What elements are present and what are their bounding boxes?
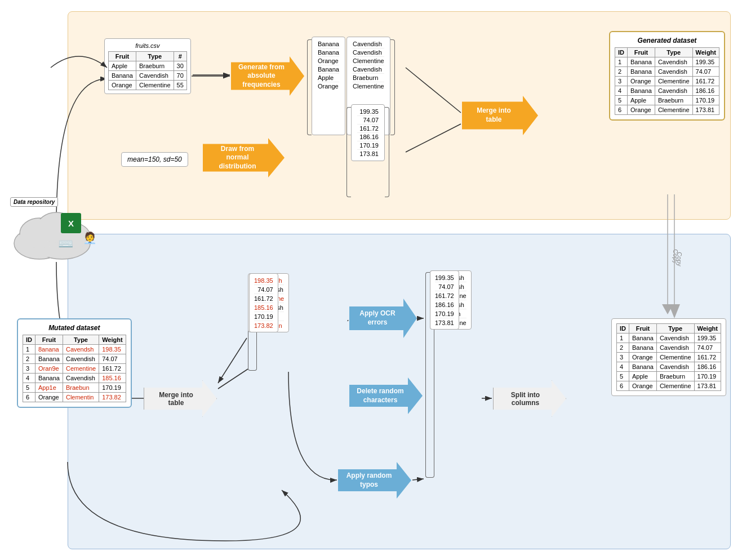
table-cell: Orange bbox=[629, 381, 656, 391]
generate-arrow: Generate from absolute frequencies bbox=[231, 56, 304, 96]
merge-top-arrow-shape: Merge into table bbox=[462, 96, 538, 135]
table-cell: Banana bbox=[627, 57, 655, 67]
table-cell: Apple bbox=[109, 61, 136, 71]
table-cell: Cementine bbox=[63, 364, 99, 374]
list-item: 198.35 bbox=[254, 276, 273, 285]
col-header: Weight bbox=[692, 48, 719, 57]
generated-dataset-box: Generated dataset IDFruitTypeWeight 1Ban… bbox=[609, 31, 725, 121]
table-cell: Cavendish bbox=[655, 57, 692, 67]
table-cell: Cavendish bbox=[656, 362, 694, 372]
merge-top-arrow: Merge into table bbox=[462, 96, 538, 135]
clean-columns: BananaBananaOrangeBananaAppleOrange Cave… bbox=[425, 270, 434, 478]
list-item: 161.72 bbox=[435, 291, 454, 300]
col-header: ID bbox=[23, 335, 35, 345]
col-header-type: Type bbox=[136, 52, 174, 61]
list-item: 173.81 bbox=[435, 318, 454, 327]
svg-marker-2 bbox=[669, 304, 680, 318]
keyboard-icon: ⌨️ bbox=[58, 237, 73, 251]
table-cell: Oran9e bbox=[35, 364, 63, 374]
list-item: Orange bbox=[318, 82, 339, 90]
list-item: 173.81 bbox=[357, 150, 379, 158]
table-row: 18ananaCavendsh198.35 bbox=[23, 345, 126, 354]
table-cell: Cavendish bbox=[63, 374, 99, 383]
mutated-dataset-box: Mutated dataset IDFruitTypeWeight 18anan… bbox=[17, 318, 132, 408]
col-header: Type bbox=[63, 335, 99, 345]
table-cell: Orange bbox=[627, 77, 655, 86]
mutation-fruit-bracket: 8ananaBananaOran9eBananaApp1eOrange Cave… bbox=[248, 273, 257, 371]
table-cell: Banana bbox=[627, 67, 655, 77]
table-cell: 199.35 bbox=[694, 334, 721, 343]
list-item: Braeburn bbox=[353, 74, 384, 82]
table-cell: 170.19 bbox=[99, 383, 126, 393]
table-cell: Clementine bbox=[655, 105, 692, 115]
list-item: 161.72 bbox=[357, 125, 379, 133]
table-row: 4BananaCavendish186.16 bbox=[615, 86, 719, 96]
clean-weight-list: 199.3574.07161.72186.16170.19173.81 bbox=[430, 270, 459, 330]
table-cell: 1 bbox=[615, 57, 627, 67]
list-item: 170.19 bbox=[254, 312, 273, 321]
delete-arrow-shape: Delete random characters bbox=[349, 377, 423, 414]
fruits-csv-title: fruits.csv bbox=[108, 42, 187, 49]
list-item: Cavendish bbox=[353, 40, 384, 48]
generate-arrow-shape: Generate from absolute frequencies bbox=[231, 56, 304, 96]
list-item: 170.19 bbox=[435, 309, 454, 318]
table-cell: Clementine bbox=[136, 81, 174, 90]
table-cell: Banana bbox=[35, 354, 63, 364]
table-row: 3Oran9eCementine161.72 bbox=[23, 364, 126, 374]
table-cell: Braeburn bbox=[136, 61, 174, 71]
table-cell: 4 bbox=[23, 374, 35, 383]
list-item: 173.82 bbox=[254, 321, 273, 330]
col-header: ID bbox=[616, 324, 629, 334]
table-row: 1BananaCavendish199.35 bbox=[616, 334, 721, 343]
table-row: 3OrangeClementine161.72 bbox=[616, 353, 721, 362]
table-cell: 3 bbox=[616, 353, 629, 362]
table-cell: Clementine bbox=[655, 77, 692, 86]
list-item: 199.35 bbox=[357, 108, 379, 116]
list-item: 199.35 bbox=[435, 273, 454, 282]
table-cell: 3 bbox=[615, 77, 627, 86]
table-cell: Orange bbox=[35, 393, 63, 402]
fruits-csv-box: fruits.csv Fruit Type # AppleBraeburn30B… bbox=[104, 38, 191, 94]
table-cell: 185.16 bbox=[99, 374, 126, 383]
list-item: Clementine bbox=[353, 82, 384, 90]
list-item: 161.72 bbox=[254, 294, 273, 303]
table-row: 6OrangeClementin173.82 bbox=[23, 393, 126, 402]
table-cell: Cavendish bbox=[656, 343, 694, 353]
table-row: 4BananaCavendish186.16 bbox=[616, 362, 721, 372]
merge-bottom-shape: Merge into table bbox=[144, 380, 217, 417]
draw-label: Draw from normal distribution bbox=[219, 145, 263, 171]
table-cell: Banana bbox=[35, 374, 63, 383]
table-row: 2BananaCavendish74.07 bbox=[616, 343, 721, 353]
table-cell: Apple bbox=[627, 96, 655, 105]
table-cell: 3 bbox=[23, 364, 35, 374]
table-cell: Banana bbox=[629, 343, 656, 353]
table-cell: 186.16 bbox=[692, 86, 719, 96]
table-person-icon: 🧑‍💼 bbox=[83, 231, 97, 245]
table-cell: 2 bbox=[615, 67, 627, 77]
weight-column: 199.3574.07161.72186.16170.19173.81 bbox=[346, 104, 389, 197]
generate-label: Generate from absolute frequencies bbox=[238, 63, 291, 90]
weight-col-list: 199.3574.07161.72186.16170.19173.81 bbox=[351, 104, 385, 161]
table-cell: Clementin bbox=[63, 393, 99, 402]
fruit-col-list: BananaBananaOrangeBananaAppleOrange bbox=[312, 37, 345, 135]
list-item: 74.07 bbox=[435, 282, 454, 291]
table-cell: 5 bbox=[23, 383, 35, 393]
table-cell: Orange bbox=[629, 353, 656, 362]
table-row: 6OrangeClementine173.81 bbox=[616, 381, 721, 391]
table-cell: 55 bbox=[174, 81, 186, 90]
table-cell: Cavendsh bbox=[63, 345, 99, 354]
table-row: BananaCavendish70 bbox=[109, 71, 187, 81]
table-cell: 173.81 bbox=[692, 105, 719, 115]
table-cell: Orange bbox=[109, 81, 136, 90]
ocr-arrow-shape: Apply OCR errors bbox=[349, 299, 417, 338]
table-cell: App1e bbox=[35, 383, 63, 393]
col-header: Weight bbox=[694, 324, 721, 334]
table-row: OrangeClementine55 bbox=[109, 81, 187, 90]
table-cell: Clementine bbox=[656, 353, 694, 362]
col-header-count: # bbox=[174, 52, 186, 61]
table-cell: Braebun bbox=[63, 383, 99, 393]
mutation-weight-list: 198.3574.07161.72185.16170.19173.82 bbox=[249, 273, 278, 332]
table-cell: 170.19 bbox=[692, 96, 719, 105]
mean-sd-box: mean=150, sd=50 bbox=[121, 152, 188, 167]
fruits-csv-table: Fruit Type # AppleBraeburn30BananaCavend… bbox=[108, 51, 187, 90]
